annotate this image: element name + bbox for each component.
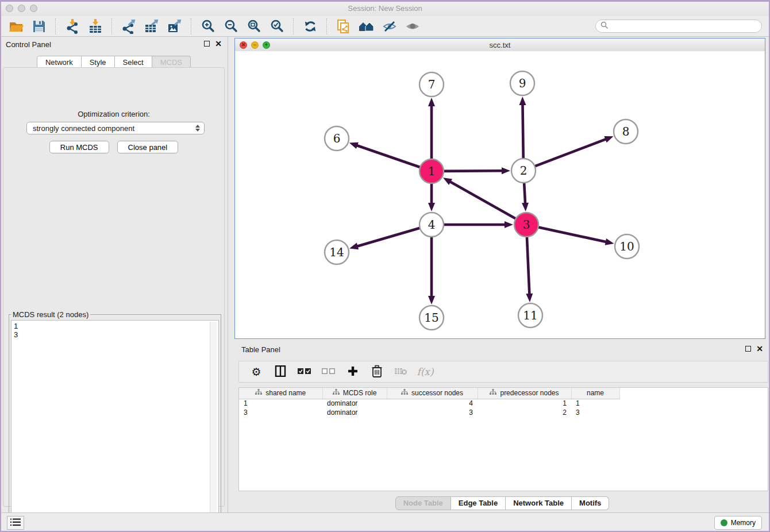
column-header-successor-nodes[interactable]: successor nodes: [387, 388, 478, 399]
window-titlebar: Session: New Session: [0, 0, 770, 17]
zoom-fit-button[interactable]: [244, 18, 264, 35]
show-columns-button[interactable]: [271, 363, 290, 380]
column-header-name[interactable]: name: [571, 388, 619, 399]
optimization-select[interactable]: strongly connected component: [26, 122, 205, 134]
task-history-button[interactable]: [7, 516, 24, 530]
graph-node-label: 8: [622, 125, 630, 138]
apply-function-button[interactable]: f(x): [416, 363, 434, 380]
export-image-button[interactable]: [165, 18, 184, 35]
float-table-panel-icon[interactable]: [745, 346, 751, 352]
graph-edge-arrowhead: [526, 294, 533, 302]
table-toolbar: ⚙ f(x): [238, 361, 768, 383]
import-network-button[interactable]: [63, 18, 82, 35]
close-panel-icon[interactable]: ✕: [215, 41, 222, 47]
hierarchy-icon: [490, 389, 496, 397]
table-cell: dominator: [322, 408, 387, 417]
toolbar-separator: [111, 18, 113, 34]
table-cell: dominator: [322, 399, 387, 408]
control-panel-title: Control Panel: [6, 40, 51, 49]
function-icon: f(x): [417, 366, 433, 377]
hide-selected-button[interactable]: [380, 18, 399, 35]
search-input[interactable]: [611, 21, 761, 31]
graph-edge-2-8[interactable]: [534, 139, 607, 167]
close-table-panel-icon[interactable]: ✕: [756, 346, 763, 352]
select-all-columns-button[interactable]: [295, 363, 314, 380]
zoom-out-button[interactable]: [221, 18, 241, 35]
table-cell: 1: [571, 399, 619, 408]
result-scrollbar[interactable]: [210, 322, 217, 521]
network-window-titlebar: ✕ − + scc.txt: [235, 38, 765, 52]
show-all-button[interactable]: [403, 18, 422, 35]
open-folder-icon: [9, 19, 24, 34]
status-bar: Memory: [0, 512, 770, 532]
graph-node-label: 2: [520, 164, 528, 178]
application-window: Session: New Session: [0, 0, 770, 532]
table-cell: 1: [478, 399, 571, 408]
table-settings-button[interactable]: ⚙: [247, 363, 265, 380]
open-session-button[interactable]: [6, 18, 26, 35]
table-row[interactable]: 1dominator411: [239, 399, 619, 408]
tab-motifs[interactable]: Motifs: [572, 496, 609, 510]
graph-node-label: 4: [428, 218, 436, 232]
graph-edge-arrowhead: [604, 136, 613, 142]
control-panel: Control Panel ✕ NetworkStyleSelectMCDS O…: [0, 37, 228, 512]
table-cell: 2: [478, 408, 571, 417]
graph-edge-arrowhead: [443, 178, 452, 185]
tab-node-table[interactable]: Node Table: [395, 496, 451, 510]
table-header-row: shared nameMCDS rolesuccessor nodesprede…: [239, 388, 619, 399]
graph-edge-4-14[interactable]: [357, 228, 421, 246]
run-mcds-button[interactable]: Run MCDS: [49, 141, 109, 153]
zoom-selected-button[interactable]: [267, 18, 287, 35]
graph-edge-3-1[interactable]: [449, 182, 517, 219]
close-panel-button[interactable]: Close panel: [117, 141, 179, 153]
search-box[interactable]: [595, 20, 762, 33]
memory-status-icon: [721, 519, 727, 526]
column-header-MCDS-role[interactable]: MCDS role: [322, 388, 387, 399]
table-row[interactable]: 3dominator323: [239, 408, 619, 417]
deselect-all-columns-button[interactable]: [319, 363, 338, 380]
memory-button[interactable]: Memory: [714, 516, 762, 530]
mcds-result-text[interactable]: [11, 320, 219, 523]
control-panel-header: Control Panel ✕: [0, 37, 228, 52]
export-image-icon: [167, 19, 182, 34]
add-column-button[interactable]: [344, 363, 362, 380]
table-cell: 3: [239, 408, 322, 417]
tab-edge-table[interactable]: Edge Table: [451, 496, 506, 510]
zoom-selected-icon: [270, 19, 284, 34]
export-table-button[interactable]: [142, 18, 161, 35]
export-network-button[interactable]: [119, 18, 138, 35]
plus-icon: [347, 365, 359, 379]
zoom-in-button[interactable]: [198, 18, 218, 35]
zoom-out-icon: [224, 19, 238, 34]
graph-edge-3-11[interactable]: [527, 236, 530, 295]
graph-edge-2-3[interactable]: [524, 182, 525, 204]
zoom-in-icon: [201, 19, 215, 34]
zoom-fit-icon: [247, 19, 261, 34]
hierarchy-icon: [401, 389, 408, 397]
float-panel-icon[interactable]: [204, 41, 210, 47]
save-floppy-icon: [32, 19, 47, 34]
network-canvas[interactable]: 7968124314101511: [235, 51, 765, 338]
graph-node-label: 1: [428, 164, 436, 178]
network-window-title: scc.txt: [235, 41, 765, 49]
graph-edge-3-10[interactable]: [537, 227, 607, 242]
save-session-button[interactable]: [29, 18, 49, 35]
duplicate-network-button[interactable]: [334, 18, 353, 35]
graph-edge-1-6[interactable]: [356, 145, 421, 168]
delete-table-button[interactable]: [392, 363, 410, 380]
column-header-shared-name[interactable]: shared name: [239, 388, 322, 399]
graph-edge-2-9[interactable]: [522, 104, 523, 160]
column-header-predecessor-nodes[interactable]: predecessor nodes: [478, 388, 571, 399]
tab-network-table[interactable]: Network Table: [506, 496, 572, 510]
optimization-label: Optimization criterion:: [3, 110, 224, 118]
memory-label: Memory: [731, 519, 756, 527]
table-panel-header: Table Panel ✕: [234, 342, 770, 357]
home-views-button[interactable]: [357, 18, 376, 35]
import-table-button[interactable]: [86, 18, 105, 35]
refresh-button[interactable]: [301, 18, 320, 35]
import-table-icon: [88, 19, 103, 34]
graph-edge-1-2[interactable]: [442, 171, 503, 171]
unchecked-boxes-icon: [322, 367, 336, 377]
delete-column-button[interactable]: [368, 363, 386, 380]
mcds-tab-content: Optimization criterion: strongly connect…: [3, 67, 225, 507]
